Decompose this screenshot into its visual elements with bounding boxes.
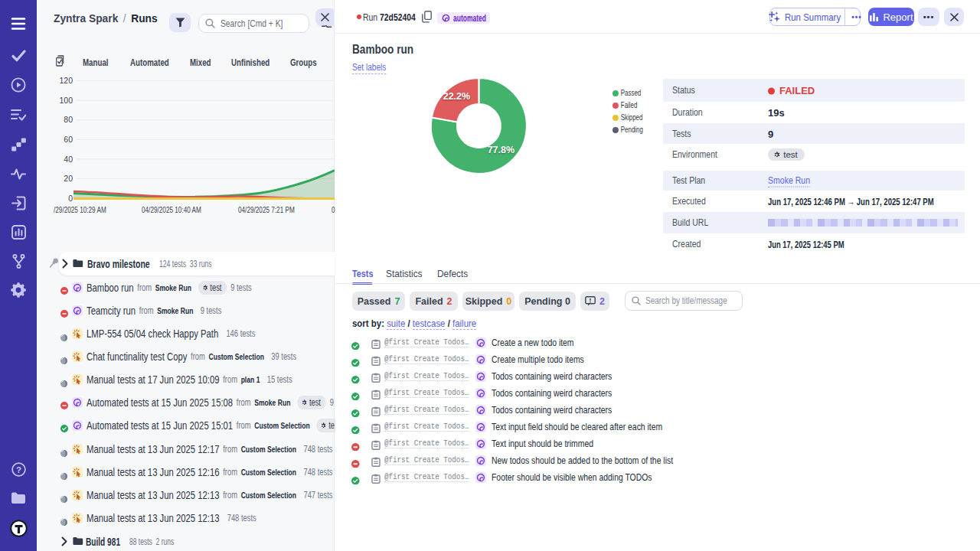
svg-text:?: ? (15, 465, 21, 474)
svg-text:77.8%: 77.8% (488, 145, 514, 155)
svg-text:22.2%: 22.2% (443, 91, 470, 102)
